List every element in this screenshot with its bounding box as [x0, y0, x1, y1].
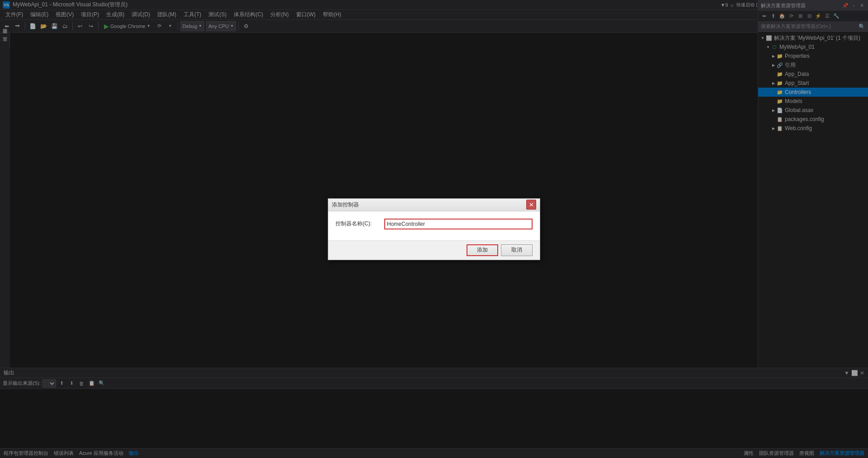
dialog-cancel-button[interactable]: 取消 [501, 244, 533, 256]
dialog-buttons: 添加 取消 [328, 240, 540, 260]
dialog-overlay: 添加控制器 ✕ 控制器名称(C): 添加 取消 [0, 0, 868, 458]
dialog-title-bar: 添加控制器 ✕ [328, 199, 540, 211]
dialog-add-button[interactable]: 添加 [467, 244, 498, 256]
dialog-input-row: 控制器名称(C): [335, 219, 533, 229]
dialog-content: 控制器名称(C): [328, 211, 540, 240]
dialog-close-button[interactable]: ✕ [526, 200, 536, 210]
dialog-title-text: 添加控制器 [332, 201, 526, 209]
dialog-label: 控制器名称(C): [335, 220, 381, 228]
add-controller-dialog: 添加控制器 ✕ 控制器名称(C): 添加 取消 [328, 198, 540, 260]
controller-name-input[interactable] [384, 219, 533, 229]
